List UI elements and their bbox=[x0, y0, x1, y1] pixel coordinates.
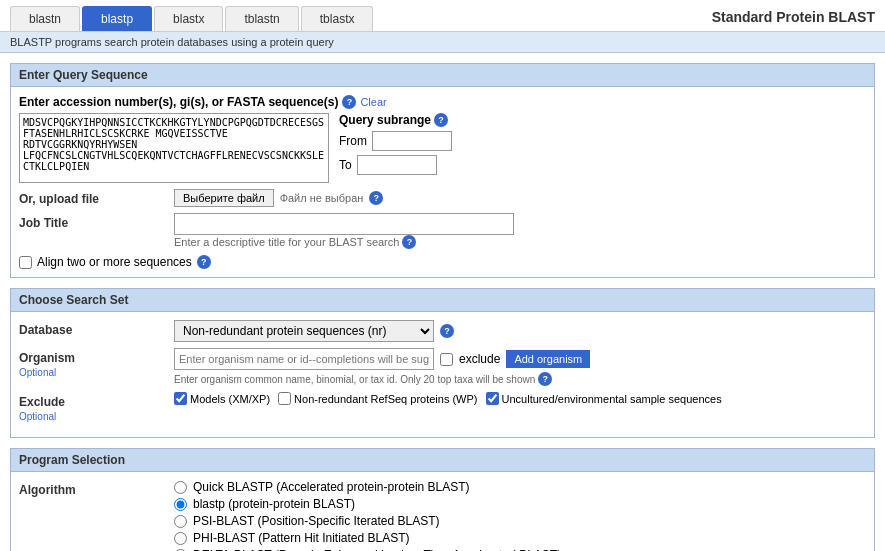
upload-help-icon[interactable]: ? bbox=[369, 191, 383, 205]
algo-psi: PSI-BLAST (Position-Specific Iterated BL… bbox=[174, 514, 866, 528]
exclude-refseq-checkbox[interactable] bbox=[278, 392, 291, 405]
exclude-refseq-text: Non-redundant RefSeq proteins (WP) bbox=[294, 393, 477, 405]
exclude-uncultured-label[interactable]: Uncultured/environmental sample sequence… bbox=[486, 392, 722, 405]
job-title-input[interactable] bbox=[174, 213, 514, 235]
search-set-body: Database Non-redundant protein sequences… bbox=[10, 311, 875, 438]
exclude-label-container: Exclude Optional bbox=[19, 392, 174, 423]
tab-tblastx[interactable]: tblastx bbox=[301, 6, 374, 31]
enter-query-section: Enter Query Sequence Enter accession num… bbox=[10, 63, 875, 278]
program-selection-section: Program Selection Algorithm Quick BLASTP… bbox=[10, 448, 875, 551]
exclude-row: Exclude Optional Models (XM/XP) Non-redu… bbox=[19, 392, 866, 423]
to-input[interactable] bbox=[357, 155, 437, 175]
exclude-optional: Optional bbox=[19, 411, 56, 422]
align-label: Align two or more sequences bbox=[37, 255, 192, 269]
database-label: Database bbox=[19, 320, 174, 337]
algo-blastp-label: blastp (protein-protein BLAST) bbox=[193, 497, 355, 511]
tab-blastx[interactable]: blastx bbox=[154, 6, 223, 31]
to-label: To bbox=[339, 158, 352, 172]
algo-phi: PHI-BLAST (Pattern Hit Initiated BLAST) bbox=[174, 531, 866, 545]
organism-hint: Enter organism common name, binomial, or… bbox=[174, 372, 866, 386]
query-help-icon[interactable]: ? bbox=[342, 95, 356, 109]
clear-link[interactable]: Clear bbox=[360, 96, 386, 108]
algo-blastp: blastp (protein-protein BLAST) bbox=[174, 497, 866, 511]
organism-label: Organism bbox=[19, 351, 75, 365]
database-row: Database Non-redundant protein sequences… bbox=[19, 320, 866, 342]
tab-blastp[interactable]: blastp bbox=[82, 6, 152, 31]
exclude-models-checkbox[interactable] bbox=[174, 392, 187, 405]
job-title-help-icon[interactable]: ? bbox=[402, 235, 416, 249]
upload-label: Or, upload file bbox=[19, 189, 174, 206]
align-checkbox[interactable] bbox=[19, 256, 32, 269]
exclude-label: Exclude bbox=[19, 395, 65, 409]
organism-hint-icon[interactable]: ? bbox=[538, 372, 552, 386]
program-selection-header: Program Selection bbox=[10, 448, 875, 471]
algo-psi-label: PSI-BLAST (Position-Specific Iterated BL… bbox=[193, 514, 440, 528]
search-set-section: Choose Search Set Database Non-redundant… bbox=[10, 288, 875, 438]
query-input[interactable]: MDSVCPQGKYIHPQNNSICCTKCKHKGTYLYNDCPGPQGD… bbox=[19, 113, 329, 183]
algo-phi-radio[interactable] bbox=[174, 532, 187, 545]
job-title-hint: Enter a descriptive title for your BLAST… bbox=[174, 235, 866, 249]
program-selection-body: Algorithm Quick BLASTP (Accelerated prot… bbox=[10, 471, 875, 551]
query-area-container: MDSVCPQGKYIHPQNNSICCTKCKHKGTYLYNDCPGPQGD… bbox=[19, 113, 866, 183]
organism-optional: Optional bbox=[19, 367, 56, 378]
algo-quick-label: Quick BLASTP (Accelerated protein-protei… bbox=[193, 480, 470, 494]
subrange-title: Query subrange ? bbox=[339, 113, 452, 127]
upload-row: Or, upload file Выберите файл Файл не вы… bbox=[19, 189, 866, 207]
exclude-organism-label: exclude bbox=[459, 352, 500, 366]
organism-row: Organism Optional exclude Add organism E… bbox=[19, 348, 866, 386]
add-organism-button[interactable]: Add organism bbox=[506, 350, 590, 368]
database-help-icon[interactable]: ? bbox=[440, 324, 454, 338]
exclude-refseq-label[interactable]: Non-redundant RefSeq proteins (WP) bbox=[278, 392, 477, 405]
query-label-row: Enter accession number(s), gi(s), or FAS… bbox=[19, 95, 866, 109]
job-title-label: Job Title bbox=[19, 213, 174, 230]
enter-query-header: Enter Query Sequence bbox=[10, 63, 875, 86]
exclude-models-text: Models (XM/XP) bbox=[190, 393, 270, 405]
organism-input[interactable] bbox=[174, 348, 434, 370]
organism-label-container: Organism Optional bbox=[19, 348, 174, 379]
algo-quick-radio[interactable] bbox=[174, 481, 187, 494]
exclude-uncultured-checkbox[interactable] bbox=[486, 392, 499, 405]
subrange-box: Query subrange ? From To bbox=[339, 113, 452, 183]
algorithm-row: Algorithm Quick BLASTP (Accelerated prot… bbox=[19, 480, 866, 551]
top-bar: blastn blastp blastx tblastn tblastx Sta… bbox=[0, 0, 885, 32]
tab-tblastn[interactable]: tblastn bbox=[225, 6, 298, 31]
subrange-help-icon[interactable]: ? bbox=[434, 113, 448, 127]
organism-input-row: exclude Add organism bbox=[174, 348, 866, 370]
algo-phi-label: PHI-BLAST (Pattern Hit Initiated BLAST) bbox=[193, 531, 410, 545]
algo-quick: Quick BLASTP (Accelerated protein-protei… bbox=[174, 480, 866, 494]
align-check-row: Align two or more sequences ? bbox=[19, 255, 866, 269]
database-select[interactable]: Non-redundant protein sequences (nr) Ref… bbox=[174, 320, 434, 342]
choose-file-button[interactable]: Выберите файл bbox=[174, 189, 274, 207]
exclude-uncultured-text: Uncultured/environmental sample sequence… bbox=[502, 393, 722, 405]
main-content: Enter Query Sequence Enter accession num… bbox=[0, 63, 885, 551]
page-title: Standard Protein BLAST bbox=[712, 9, 875, 31]
algorithm-label: Algorithm bbox=[19, 480, 174, 497]
align-help-icon[interactable]: ? bbox=[197, 255, 211, 269]
algo-psi-radio[interactable] bbox=[174, 515, 187, 528]
from-label: From bbox=[339, 134, 367, 148]
from-input[interactable] bbox=[372, 131, 452, 151]
to-row: To bbox=[339, 155, 452, 175]
info-bar: BLASTP programs search protein databases… bbox=[0, 32, 885, 53]
tab-blastn[interactable]: blastn bbox=[10, 6, 80, 31]
algo-blastp-radio[interactable] bbox=[174, 498, 187, 511]
exclude-models-label[interactable]: Models (XM/XP) bbox=[174, 392, 270, 405]
enter-query-body: Enter accession number(s), gi(s), or FAS… bbox=[10, 86, 875, 278]
query-label: Enter accession number(s), gi(s), or FAS… bbox=[19, 95, 338, 109]
algorithm-list: Quick BLASTP (Accelerated protein-protei… bbox=[174, 480, 866, 551]
file-none-text: Файл не выбран bbox=[280, 192, 364, 204]
search-set-header: Choose Search Set bbox=[10, 288, 875, 311]
tab-group: blastn blastp blastx tblastn tblastx bbox=[10, 6, 373, 31]
from-row: From bbox=[339, 131, 452, 151]
job-title-row: Job Title Enter a descriptive title for … bbox=[19, 213, 866, 249]
exclude-organism-checkbox[interactable] bbox=[440, 353, 453, 366]
